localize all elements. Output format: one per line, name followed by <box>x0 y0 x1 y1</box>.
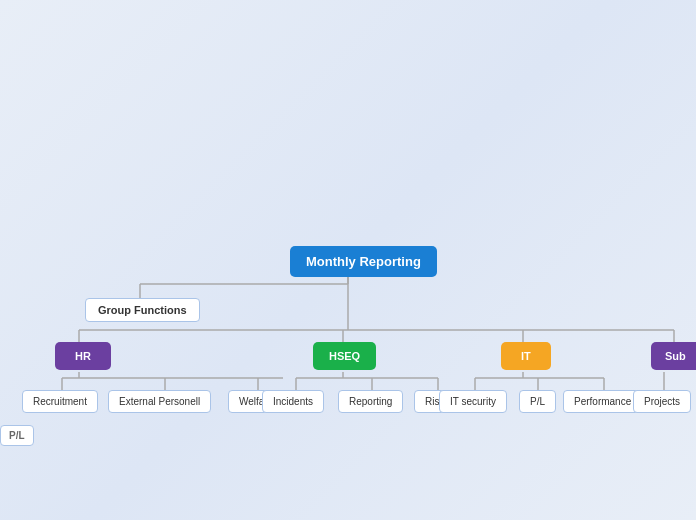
root-node[interactable]: Monthly Reporting <box>290 246 437 277</box>
sub-node[interactable]: Sub <box>651 342 696 370</box>
hseq-node[interactable]: HSEQ <box>313 342 376 370</box>
diagram-container: Monthly Reporting Group Functions HR HSE… <box>0 0 696 520</box>
recruitment-node[interactable]: Recruitment <box>22 390 98 413</box>
pl-node[interactable]: P/L <box>519 390 556 413</box>
it-node[interactable]: IT <box>501 342 551 370</box>
group-functions-node[interactable]: Group Functions <box>85 298 200 322</box>
projects-node[interactable]: Projects <box>633 390 691 413</box>
external-personell-node[interactable]: External Personell <box>108 390 211 413</box>
reporting-node[interactable]: Reporting <box>338 390 403 413</box>
it-security-node[interactable]: IT security <box>439 390 507 413</box>
floating-pl-node[interactable]: P/L <box>0 425 34 446</box>
hr-node[interactable]: HR <box>55 342 111 370</box>
performance-node[interactable]: Performance <box>563 390 642 413</box>
incidents-node[interactable]: Incidents <box>262 390 324 413</box>
